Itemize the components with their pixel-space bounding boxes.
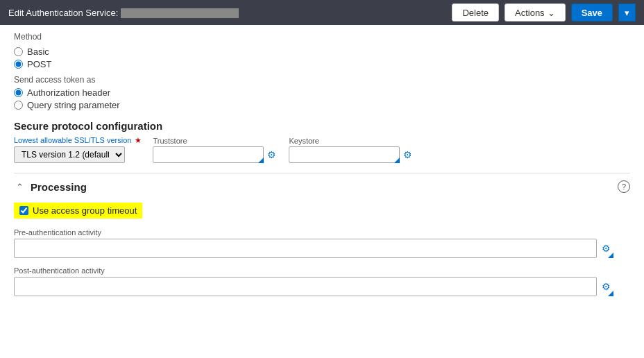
method-basic-option: Basic: [14, 46, 630, 57]
page-header: Edit Authentication Service: ███████████…: [0, 0, 644, 25]
auth-header-label: Authorization header: [27, 87, 110, 98]
truststore-label: Truststore: [153, 137, 278, 145]
main-content: Method Basic POST Send access token as A…: [0, 25, 644, 358]
secure-protocol-section: Secure protocol configuration Lowest all…: [14, 120, 630, 163]
actions-button[interactable]: Actions ⌄: [505, 3, 566, 22]
post-auth-input[interactable]: [14, 277, 597, 296]
method-basic-label: Basic: [27, 46, 49, 57]
required-indicator: ★: [135, 136, 142, 144]
query-string-label: Query string parameter: [27, 100, 120, 110]
access-group-timeout-checkbox[interactable]: [19, 206, 28, 215]
method-post-label: POST: [27, 59, 51, 69]
truststore-input[interactable]: [153, 146, 264, 163]
pre-auth-input-group: ⚙: [14, 239, 630, 258]
processing-title: Processing: [31, 181, 87, 193]
method-section: Method Basic POST: [14, 32, 630, 69]
processing-section: ⌃ Processing ? Use access group timeout …: [14, 173, 630, 310]
processing-content: Use access group timeout Pre-authenticat…: [14, 197, 630, 310]
query-string-radio[interactable]: [14, 101, 23, 110]
ssl-row: Lowest allowable SSL/TLS version ★ TLS v…: [14, 136, 630, 163]
pre-auth-label: Pre-authentication activity: [14, 228, 630, 237]
ssl-version-field: Lowest allowable SSL/TLS version ★ TLS v…: [14, 136, 142, 163]
truststore-input-wrapper: [153, 146, 264, 163]
ssl-version-label: Lowest allowable SSL/TLS version ★: [14, 136, 142, 145]
access-group-timeout-label: Use access group timeout: [33, 205, 137, 216]
method-basic-radio[interactable]: [14, 47, 23, 56]
processing-help-icon[interactable]: ?: [618, 180, 630, 193]
access-group-timeout-row: Use access group timeout: [14, 203, 142, 219]
keystore-field: Keystore ⚙: [289, 137, 414, 163]
post-auth-corner-indicator: [608, 291, 613, 296]
keystore-corner-indicator: [394, 157, 400, 163]
method-post-radio[interactable]: [14, 60, 23, 69]
save-button[interactable]: Save: [571, 3, 613, 22]
pre-auth-input[interactable]: [14, 239, 597, 258]
chevron-down-icon: ⌄: [548, 8, 555, 18]
keystore-gear-icon[interactable]: ⚙: [401, 148, 414, 161]
auth-header-option: Authorization header: [14, 87, 630, 98]
secure-protocol-title: Secure protocol configuration: [14, 120, 630, 132]
pre-auth-field: Pre-authentication activity ⚙: [14, 228, 630, 258]
method-label: Method: [14, 32, 630, 42]
post-auth-input-group: ⚙: [14, 277, 630, 296]
truststore-field: Truststore ⚙: [153, 137, 278, 163]
truststore-input-group: ⚙: [153, 146, 278, 163]
pre-auth-corner-indicator: [608, 253, 613, 258]
page-title: Edit Authentication Service: ███████████…: [8, 8, 446, 18]
send-access-token-label: Send access token as: [14, 75, 630, 85]
keystore-input-wrapper: [289, 146, 400, 163]
title-blurred: ████████████████████: [121, 8, 239, 18]
truststore-corner-indicator: [258, 157, 264, 163]
send-access-token-section: Send access token as Authorization heade…: [14, 75, 630, 110]
chevron-down-icon: ▾: [625, 8, 629, 18]
delete-button[interactable]: Delete: [452, 3, 499, 22]
processing-header: ⌃ Processing ?: [14, 173, 630, 197]
post-auth-label: Post-authentication activity: [14, 266, 630, 275]
send-token-options: Authorization header Query string parame…: [14, 87, 630, 110]
ssl-version-select[interactable]: TLS version 1.2 (default) TLS version 1.…: [14, 146, 125, 163]
processing-collapse-icon[interactable]: ⌃: [14, 181, 25, 192]
processing-header-left: ⌃ Processing: [14, 181, 87, 193]
auth-header-radio[interactable]: [14, 88, 23, 97]
save-dropdown-button[interactable]: ▾: [618, 3, 636, 22]
post-auth-field: Post-authentication activity ⚙: [14, 266, 630, 296]
method-post-option: POST: [14, 59, 630, 69]
truststore-gear-icon[interactable]: ⚙: [265, 148, 278, 161]
keystore-label: Keystore: [289, 137, 414, 145]
keystore-input[interactable]: [289, 146, 400, 163]
query-string-option: Query string parameter: [14, 100, 630, 110]
keystore-input-group: ⚙: [289, 146, 414, 163]
